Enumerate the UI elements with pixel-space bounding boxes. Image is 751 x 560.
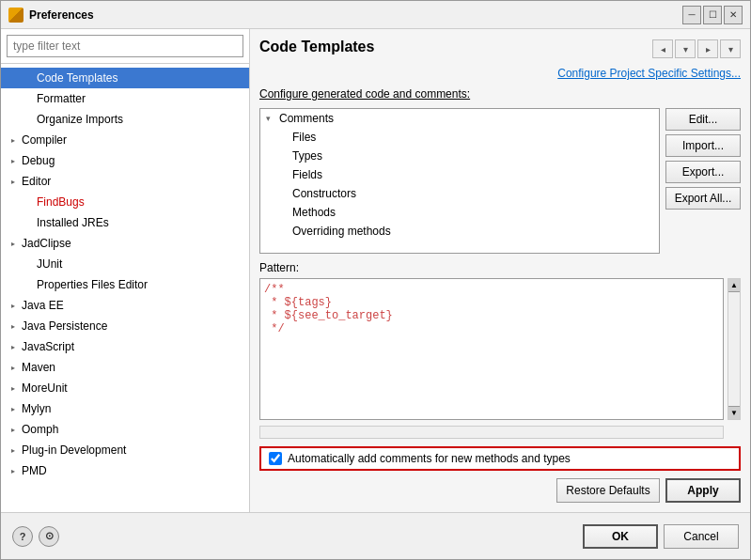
cancel-button[interactable]: Cancel bbox=[664, 524, 739, 549]
scrollbar-track bbox=[728, 292, 740, 406]
sidebar-item-moreunit[interactable]: MoreUnit bbox=[1, 378, 249, 398]
sidebar-item-label: Java Persistence bbox=[22, 319, 107, 333]
sidebar-item-junit[interactable]: JUnit bbox=[1, 254, 249, 274]
help-button[interactable]: ? bbox=[12, 526, 33, 547]
sidebar-item-findbugs[interactable]: FindBugs bbox=[1, 192, 249, 212]
sidebar-item-label: Organize Imports bbox=[37, 113, 123, 126]
expander-icon bbox=[7, 402, 20, 415]
pattern-hscroll-row bbox=[259, 424, 741, 439]
scrollbar-up-icon[interactable]: ▲ bbox=[728, 279, 740, 292]
sidebar-item-oomph[interactable]: Oomph bbox=[1, 419, 249, 440]
template-tree-comments[interactable]: Comments bbox=[260, 109, 659, 128]
section-label: Configure generated code and comments: bbox=[259, 87, 741, 101]
nav-forward-button[interactable]: ▸ bbox=[697, 39, 718, 58]
sidebar-item-mylyn[interactable]: Mylyn bbox=[1, 398, 249, 419]
sidebar-item-compiler[interactable]: Compiler bbox=[1, 130, 249, 150]
expander-icon bbox=[22, 278, 35, 291]
template-tree-constructors[interactable]: Constructors bbox=[260, 184, 659, 203]
pattern-label: Pattern: bbox=[259, 261, 741, 274]
pattern-vertical-scrollbar[interactable]: ▲ ▼ bbox=[728, 278, 741, 420]
sidebar-item-label: Installed JREs bbox=[37, 216, 109, 229]
sidebar-item-plug-in-development[interactable]: Plug-in Development bbox=[1, 440, 249, 460]
sidebar-item-label: Maven bbox=[22, 361, 55, 374]
edit-button[interactable]: Edit... bbox=[665, 108, 741, 131]
expander-icon bbox=[7, 175, 20, 188]
sidebar-item-label: Compiler bbox=[22, 133, 67, 147]
auto-comments-label: Automatically add comments for new metho… bbox=[288, 452, 571, 465]
expander-icon bbox=[22, 113, 35, 126]
sidebar-item-label: Oomph bbox=[22, 423, 58, 436]
sidebar-item-label: Editor bbox=[22, 175, 51, 188]
import-button[interactable]: Import... bbox=[665, 134, 741, 157]
title-bar: Preferences ─ ☐ ✕ bbox=[1, 1, 750, 29]
expander-icon bbox=[7, 133, 20, 147]
templates-area: Comments Files Types Fields bbox=[259, 108, 741, 254]
secondary-icon-button[interactable]: ⊙ bbox=[39, 526, 59, 547]
configure-link-row: Configure Project Specific Settings... bbox=[259, 67, 741, 80]
nav-menu-button[interactable]: ▾ bbox=[720, 39, 741, 58]
export-button[interactable]: Export... bbox=[665, 161, 741, 183]
template-tree-fields[interactable]: Fields bbox=[260, 165, 659, 184]
template-label: Fields bbox=[292, 168, 322, 181]
configure-project-link[interactable]: Configure Project Specific Settings... bbox=[557, 67, 741, 80]
auto-comments-checkbox[interactable] bbox=[269, 452, 282, 465]
sidebar-item-label: Java EE bbox=[22, 299, 64, 312]
nav-dropdown-button[interactable]: ▾ bbox=[675, 39, 696, 58]
sidebar-item-java-ee[interactable]: Java EE bbox=[1, 295, 249, 316]
sidebar-item-editor[interactable]: Editor bbox=[1, 171, 249, 192]
ok-button[interactable]: OK bbox=[583, 524, 658, 549]
expander-icon bbox=[7, 423, 20, 436]
expander-icon bbox=[22, 257, 35, 271]
template-label: Files bbox=[292, 131, 316, 144]
sidebar-item-debug[interactable]: Debug bbox=[1, 150, 249, 171]
template-tree-types[interactable]: Types bbox=[260, 147, 659, 165]
template-tree-methods[interactable]: Methods bbox=[260, 203, 659, 222]
export-all-button[interactable]: Export All... bbox=[665, 187, 741, 210]
minimize-button[interactable]: ─ bbox=[682, 6, 701, 24]
apply-button[interactable]: Apply bbox=[665, 478, 741, 503]
sidebar-item-label: MoreUnit bbox=[22, 381, 68, 395]
template-label: Constructors bbox=[292, 187, 356, 200]
sidebar-item-organize-imports[interactable]: Organize Imports bbox=[1, 109, 249, 130]
restore-apply-row: Restore Defaults Apply bbox=[259, 478, 741, 503]
nav-controls: ◂ ▾ ▸ ▾ bbox=[652, 39, 741, 58]
template-tree-files[interactable]: Files bbox=[260, 128, 659, 147]
right-panel: Code Templates ◂ ▾ ▸ ▾ Configure Project… bbox=[250, 29, 750, 512]
filter-box bbox=[1, 29, 249, 64]
sidebar-item-code-templates[interactable]: Code Templates bbox=[1, 68, 249, 88]
sidebar-item-properties-files-editor[interactable]: Properties Files Editor bbox=[1, 274, 249, 295]
pattern-section: Pattern: /** * ${tags} * ${see_to_target… bbox=[259, 261, 741, 439]
scrollbar-down-icon[interactable]: ▼ bbox=[728, 406, 740, 419]
sidebar-item-pmd[interactable]: PMD bbox=[1, 460, 249, 481]
sidebar-item-label: JadClipse bbox=[22, 237, 71, 250]
close-button[interactable]: ✕ bbox=[724, 6, 743, 24]
sidebar-item-javascript[interactable]: JavaScript bbox=[1, 336, 249, 357]
pattern-horizontal-scrollbar[interactable] bbox=[259, 426, 724, 439]
sidebar-item-installed-jres[interactable]: Installed JREs bbox=[1, 212, 249, 233]
tree-container: Code Templates Formatter Organize Import… bbox=[1, 64, 249, 512]
help-icon: ? bbox=[20, 531, 26, 542]
pattern-content-box: /** * ${tags} * ${see_to_target} */ bbox=[259, 278, 724, 420]
section-label-prefix: Configure bbox=[259, 87, 308, 101]
template-action-buttons: Edit... Import... Export... Export All..… bbox=[665, 108, 741, 254]
sidebar-item-jadclipse[interactable]: JadClipse bbox=[1, 233, 249, 254]
sidebar-item-maven[interactable]: Maven bbox=[1, 357, 249, 378]
filter-input[interactable] bbox=[7, 35, 243, 57]
auto-comments-checkbox-row: Automatically add comments for new metho… bbox=[259, 446, 741, 471]
expander-icon bbox=[7, 299, 20, 312]
nav-back-button[interactable]: ◂ bbox=[652, 39, 673, 58]
preferences-window: Preferences ─ ☐ ✕ Code Templates Formatt… bbox=[0, 0, 751, 560]
bottom-left-icons: ? ⊙ bbox=[12, 526, 59, 547]
sidebar-item-label: JUnit bbox=[37, 257, 62, 271]
sidebar-item-formatter[interactable]: Formatter bbox=[1, 88, 249, 109]
maximize-button[interactable]: ☐ bbox=[703, 6, 722, 24]
template-label: Comments bbox=[279, 112, 334, 125]
window-title: Preferences bbox=[29, 8, 682, 22]
restore-defaults-button[interactable]: Restore Defaults bbox=[556, 478, 660, 503]
template-tree-overriding-methods[interactable]: Overriding methods bbox=[260, 222, 659, 241]
expander-icon bbox=[7, 443, 20, 457]
expander-icon bbox=[22, 216, 35, 229]
template-tree[interactable]: Comments Files Types Fields bbox=[259, 108, 660, 254]
bottom-right-buttons: OK Cancel bbox=[583, 524, 739, 549]
sidebar-item-java-persistence[interactable]: Java Persistence bbox=[1, 316, 249, 336]
